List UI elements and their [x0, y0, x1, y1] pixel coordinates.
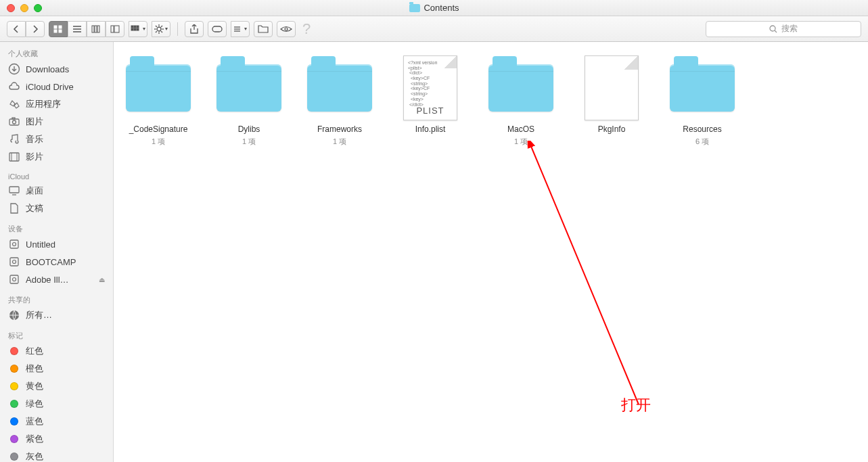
sidebar-item-label: BOOTCAMP	[26, 257, 76, 267]
titlebar: Contents	[0, 0, 868, 16]
action-button[interactable]: ▾	[152, 21, 170, 37]
svg-rect-38	[9, 153, 19, 161]
folder-icon	[487, 55, 555, 120]
folder-icon	[124, 55, 192, 120]
column-view-button[interactable]	[87, 21, 106, 37]
svg-rect-1	[59, 26, 62, 28]
help-icon[interactable]: ?	[300, 20, 313, 38]
cloud-icon	[8, 80, 20, 93]
plist-file-icon: <?xml version<plist> <dict> <key>CF <str…	[396, 55, 464, 120]
svg-rect-15	[131, 28, 133, 30]
globe-icon	[8, 309, 20, 321]
window-title-text: Contents	[424, 3, 459, 13]
sidebar-item[interactable]: 所有…	[0, 306, 113, 324]
sidebar-item[interactable]: Downloads	[0, 60, 113, 78]
svg-rect-17	[137, 28, 139, 30]
file-item[interactable]: Dylibs1 项	[215, 55, 283, 147]
close-button[interactable]	[7, 4, 15, 12]
sidebar-item-label: 文稿	[26, 202, 43, 214]
file-name: Frameworks	[306, 124, 373, 135]
arrange-button[interactable]: ▾	[129, 21, 147, 37]
file-item[interactable]: _CodeSignature1 项	[124, 55, 192, 147]
sidebar-item-label: 桌面	[26, 185, 43, 197]
annotation-text: 打开	[621, 395, 651, 415]
svg-rect-12	[131, 26, 133, 28]
new-folder-button[interactable]	[254, 21, 273, 37]
sidebar-item-label: 所有…	[26, 309, 52, 321]
download-icon	[8, 63, 20, 75]
svg-rect-43	[10, 240, 18, 248]
svg-rect-8	[95, 26, 97, 32]
svg-point-44	[13, 243, 16, 246]
sidebar-item[interactable]: 红色	[0, 342, 113, 360]
file-item[interactable]: Resources6 项	[668, 55, 736, 147]
forward-button[interactable]	[26, 21, 45, 37]
sidebar-item[interactable]: 桌面	[0, 182, 113, 200]
svg-rect-9	[97, 26, 99, 32]
sidebar-item-label: 橙色	[26, 363, 43, 375]
sidebar-item[interactable]: 灰色	[0, 448, 113, 462]
sidebar-item[interactable]: 应用程序	[0, 95, 113, 113]
file-item[interactable]: MacOS1 项	[487, 55, 555, 147]
sidebar-item[interactable]: BOOTCAMP	[0, 253, 113, 271]
sidebar-item[interactable]: 文稿	[0, 200, 113, 217]
nav-buttons	[7, 21, 45, 37]
zoom-button[interactable]	[34, 4, 42, 12]
file-icon	[578, 55, 645, 120]
body: 个人收藏DownloadsiCloud Drive应用程序图片音乐影片iClou…	[0, 42, 868, 462]
tags-button[interactable]	[208, 21, 227, 37]
file-item[interactable]: PkgInfo	[578, 55, 645, 147]
sidebar-item[interactable]: iCloud Drive	[0, 78, 113, 95]
annotation-arrow	[524, 141, 645, 411]
sidebar-item[interactable]: Untitled	[0, 235, 113, 253]
film-icon	[8, 151, 20, 163]
music-icon	[8, 133, 20, 145]
dropdown-button[interactable]: ▾	[231, 21, 250, 37]
eject-icon[interactable]: ⏏	[99, 276, 105, 283]
svg-rect-14	[137, 26, 139, 28]
sidebar-section-header: 标记	[0, 328, 113, 342]
apps-icon	[8, 98, 20, 110]
minimize-button[interactable]	[20, 4, 28, 12]
sidebar-item[interactable]: 绿色	[0, 395, 113, 413]
sidebar-item[interactable]: 蓝色	[0, 413, 113, 430]
sidebar-item[interactable]: 黄色	[0, 377, 113, 395]
share-button[interactable]	[185, 21, 204, 37]
svg-point-36	[13, 120, 16, 124]
svg-point-32	[770, 26, 775, 31]
file-item[interactable]: Frameworks1 项	[306, 55, 373, 147]
content-area[interactable]: _CodeSignature1 项Dylibs1 项Frameworks1 项<…	[114, 42, 868, 462]
sidebar-item-label: 音乐	[26, 133, 43, 145]
sidebar-item[interactable]: Adobe Ill…⏏	[0, 271, 113, 288]
file-subtitle: 1 项	[124, 137, 192, 147]
svg-line-25	[156, 31, 157, 32]
svg-line-33	[775, 30, 777, 32]
gallery-view-button[interactable]	[106, 21, 124, 37]
sidebar-item[interactable]: 紫色	[0, 430, 113, 448]
desktop-icon	[8, 185, 20, 197]
sidebar-item-label: 应用程序	[26, 98, 61, 110]
back-button[interactable]	[7, 21, 26, 37]
file-name: Info.plist	[396, 124, 464, 135]
sidebar-item-label: 蓝色	[26, 415, 43, 428]
window-title: Contents	[409, 3, 459, 13]
svg-point-48	[13, 278, 16, 281]
file-subtitle: 1 项	[487, 137, 555, 147]
file-item[interactable]: <?xml version<plist> <dict> <key>CF <str…	[396, 55, 464, 147]
search-input[interactable]: 搜索	[706, 21, 861, 37]
list-view-button[interactable]	[68, 21, 87, 37]
tag-dot-icon	[8, 380, 20, 392]
icon-view-button[interactable]	[49, 21, 68, 37]
sidebar: 个人收藏DownloadsiCloud Drive应用程序图片音乐影片iClou…	[0, 42, 114, 462]
disk-icon	[8, 273, 20, 285]
sidebar-item[interactable]: 橙色	[0, 360, 113, 377]
quicklook-button[interactable]	[277, 21, 296, 37]
sidebar-item[interactable]: 音乐	[0, 131, 113, 148]
sidebar-item[interactable]: 图片	[0, 113, 113, 131]
sidebar-item-label: 紫色	[26, 433, 43, 445]
svg-rect-11	[114, 26, 119, 32]
svg-rect-16	[134, 28, 136, 30]
sidebar-item[interactable]: 影片	[0, 148, 113, 166]
camera-icon	[8, 116, 20, 128]
tag-dot-icon	[8, 451, 20, 462]
